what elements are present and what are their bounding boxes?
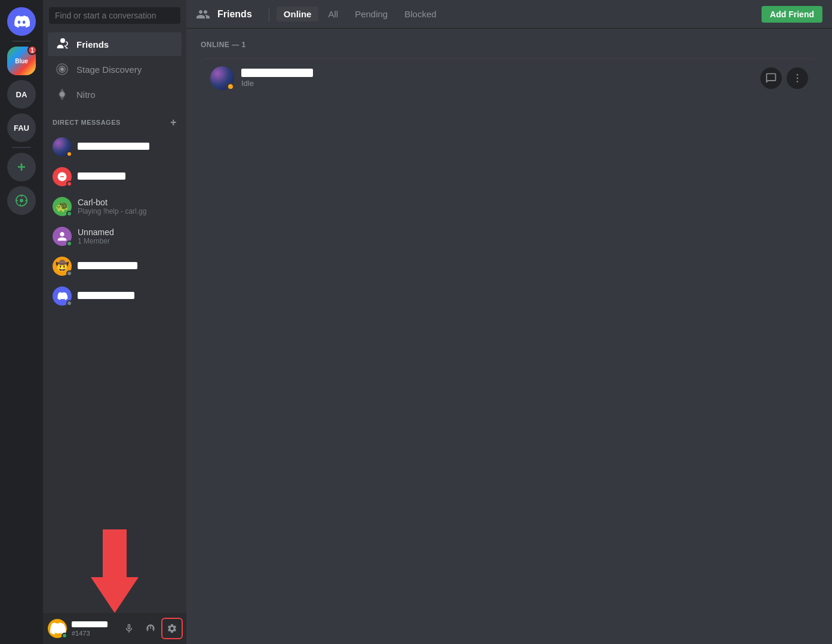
user-panel: #1473 (43, 613, 186, 644)
friend-name-redacted (241, 69, 313, 77)
add-dm-button[interactable]: + (170, 117, 177, 128)
dm-item-4[interactable]: Unnamed 1 Member (48, 222, 182, 251)
dm-item-5[interactable]: 🤠 (48, 252, 182, 281)
dm-item-1[interactable] (48, 133, 182, 161)
dm-avatar-5: 🤠 (53, 257, 72, 276)
nav-items: Friends Stage Discovery Nitro (43, 31, 186, 107)
svg-point-1 (60, 67, 64, 71)
nav-item-stage-discovery[interactable]: Stage Discovery (48, 57, 182, 81)
dm-section-label: DIRECT MESSAGES (53, 119, 121, 126)
svg-point-4 (797, 74, 799, 76)
dm-name-3: Carl-bot (78, 198, 177, 207)
dm-name-6 (78, 291, 177, 301)
dm-status-6 (66, 300, 72, 306)
dm-status-4 (66, 241, 72, 246)
user-avatar (48, 619, 67, 638)
friend-actions-1 (760, 67, 808, 89)
discord-home-button[interactable] (7, 7, 36, 36)
bluestack-server-icon[interactable]: Blue 1 (7, 47, 36, 75)
more-options-button[interactable] (787, 67, 808, 89)
online-count-header: ONLINE — 1 (201, 41, 818, 49)
da-server-icon[interactable]: DA (7, 80, 36, 109)
dm-status-3 (66, 211, 72, 217)
dm-item-3[interactable]: 🐢 Carl-bot Playing !help - carl.gg (48, 192, 182, 221)
dm-name-redacted-5 (78, 262, 137, 269)
dm-avatar-1 (53, 137, 72, 156)
dm-name-1 (78, 142, 177, 152)
user-tag: #1473 (72, 630, 115, 637)
dm-sub-4: 1 Member (78, 237, 177, 245)
friend-info-1: Idle (241, 69, 753, 88)
friend-status-text-1: Idle (241, 79, 753, 88)
nav-item-friends[interactable]: Friends (48, 32, 182, 56)
explore-servers-button[interactable] (7, 186, 36, 215)
tab-online[interactable]: Online (277, 7, 319, 21)
main-body: ONLINE — 1 Idle (186, 29, 832, 644)
stage-discovery-nav-icon (55, 62, 69, 76)
message-friend-button[interactable] (760, 67, 782, 89)
fau-server-icon[interactable]: FAU (7, 113, 36, 142)
user-panel-actions (119, 619, 182, 638)
svg-point-2 (60, 92, 65, 97)
tab-pending[interactable]: Pending (348, 7, 395, 21)
user-settings-button[interactable] (162, 619, 182, 638)
dm-info-4: Unnamed 1 Member (78, 227, 177, 245)
dm-name-4: Unnamed (78, 227, 177, 237)
dm-sidebar: Find or start a conversation Friends Sta… (43, 0, 186, 644)
friends-nav-label: Friends (76, 39, 109, 50)
main-content: Friends Online All Pending Blocked Add F… (186, 0, 832, 644)
header-friends-title: Friends (217, 9, 252, 20)
dm-section-header: DIRECT MESSAGES + (43, 107, 186, 130)
dm-info-1 (78, 142, 177, 152)
search-placeholder: Find or start a conversation (55, 11, 156, 20)
add-server-button[interactable]: + (7, 153, 36, 181)
header-divider (269, 7, 269, 21)
bluestack-label: Blue (15, 58, 28, 64)
dm-avatar-2 (53, 167, 72, 186)
dm-name-5 (78, 261, 177, 271)
dm-name-redacted-1 (78, 143, 149, 150)
dm-avatar-6 (53, 286, 72, 306)
dm-status-2 (66, 181, 72, 187)
dm-list: 🐢 Carl-bot Playing !help - carl.gg Unnam… (43, 130, 186, 613)
dm-name-redacted-6 (78, 292, 134, 299)
search-bar[interactable]: Find or start a conversation (49, 7, 180, 24)
da-label: DA (16, 90, 27, 99)
user-info: #1473 (72, 620, 115, 637)
fau-label: FAU (14, 124, 29, 133)
dm-sub-3: Playing !help - carl.gg (78, 207, 177, 215)
stage-discovery-nav-label: Stage Discovery (76, 64, 142, 75)
friend-item-1[interactable]: Idle (201, 58, 818, 97)
tab-blocked[interactable]: Blocked (397, 7, 443, 21)
dm-info-3: Carl-bot Playing !help - carl.gg (78, 198, 177, 215)
svg-point-6 (797, 81, 799, 83)
friends-nav-icon (55, 37, 69, 51)
dm-item-6[interactable] (48, 282, 182, 310)
user-display-name (72, 620, 115, 630)
tab-all[interactable]: All (321, 7, 345, 21)
nav-item-nitro[interactable]: Nitro (48, 82, 182, 106)
add-friend-button[interactable]: Add Friend (762, 6, 822, 23)
dm-info-6 (78, 291, 177, 301)
server-separator-1 (12, 41, 31, 42)
friends-header-icon (196, 7, 210, 21)
dm-status-5 (66, 270, 72, 276)
username-redacted (72, 621, 108, 627)
friend-status-1 (226, 82, 235, 91)
dm-info-5 (78, 261, 177, 271)
dm-name-2 (78, 172, 177, 181)
user-status-indicator (62, 633, 67, 639)
main-header: Friends Online All Pending Blocked Add F… (186, 0, 832, 29)
dm-info-2 (78, 172, 177, 181)
friend-name-1 (241, 69, 753, 79)
dm-status-1 (66, 151, 72, 157)
server-separator-2 (12, 147, 31, 148)
dm-avatar-4 (53, 227, 72, 246)
svg-point-5 (797, 78, 799, 79)
dm-item-2[interactable] (48, 162, 182, 191)
nitro-nav-label: Nitro (76, 90, 96, 100)
notification-badge: 1 (27, 45, 37, 55)
mute-button[interactable] (119, 619, 139, 638)
deafen-button[interactable] (141, 619, 160, 638)
svg-point-0 (20, 199, 23, 202)
